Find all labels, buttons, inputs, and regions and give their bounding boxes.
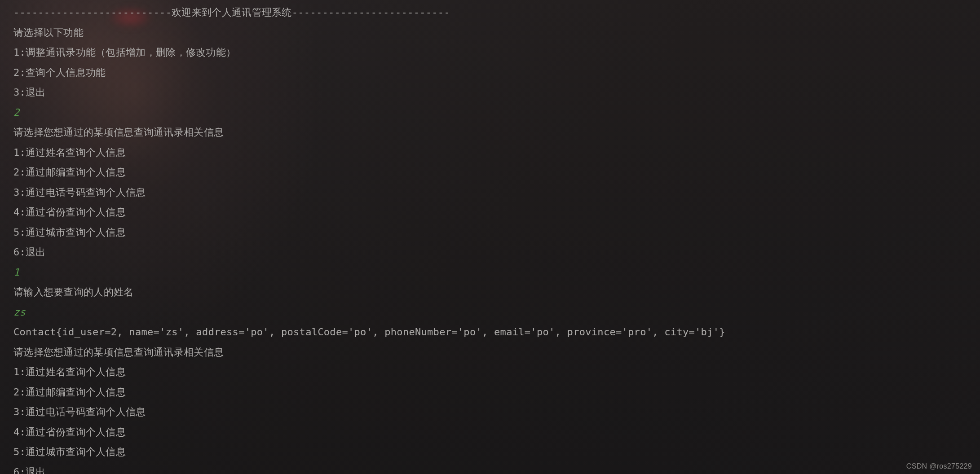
query-menu2-opt6: 6:退出	[13, 462, 967, 474]
query-menu-opt2: 2:通过邮编查询个人信息	[13, 162, 967, 183]
query-prompt: 请选择您想通过的某项信息查询通讯录相关信息	[13, 123, 967, 143]
query-menu2-opt2: 2:通过邮编查询个人信息	[13, 382, 967, 403]
name-prompt: 请输入想要查询的人的姓名	[13, 282, 967, 303]
user-input-1: 2	[13, 103, 967, 123]
query-prompt-2: 请选择您想通过的某项信息查询通讯录相关信息	[13, 342, 967, 363]
query-menu2-opt3: 3:通过电话号码查询个人信息	[13, 402, 967, 422]
query-menu2-opt5: 5:通过城市查询个人信息	[13, 442, 967, 462]
query-menu-opt3: 3:通过电话号码查询个人信息	[13, 183, 967, 203]
user-input-2: 1	[13, 263, 967, 283]
query-menu2-opt4: 4:通过省份查询个人信息	[13, 422, 967, 443]
main-prompt: 请选择以下功能	[13, 23, 967, 43]
main-menu-opt1: 1:调整通讯录功能（包括增加，删除，修改功能）	[13, 43, 967, 63]
terminal-output: --------------------------欢迎来到个人通讯管理系统--…	[0, 0, 980, 474]
main-menu-opt3: 3:退出	[13, 83, 967, 103]
query-result: Contact{id_user=2, name='zs', address='p…	[13, 322, 967, 342]
query-menu-opt1: 1:通过姓名查询个人信息	[13, 143, 967, 163]
query-menu-opt4: 4:通过省份查询个人信息	[13, 202, 967, 223]
main-menu-opt2: 2:查询个人信息功能	[13, 63, 967, 83]
query-menu-opt5: 5:通过城市查询个人信息	[13, 223, 967, 243]
query-menu-opt6: 6:退出	[13, 242, 967, 263]
query-menu2-opt1: 1:通过姓名查询个人信息	[13, 362, 967, 382]
header-line: --------------------------欢迎来到个人通讯管理系统--…	[13, 3, 967, 23]
watermark-text: CSDN @ros275229	[906, 462, 972, 470]
user-input-3: zs	[13, 303, 967, 323]
